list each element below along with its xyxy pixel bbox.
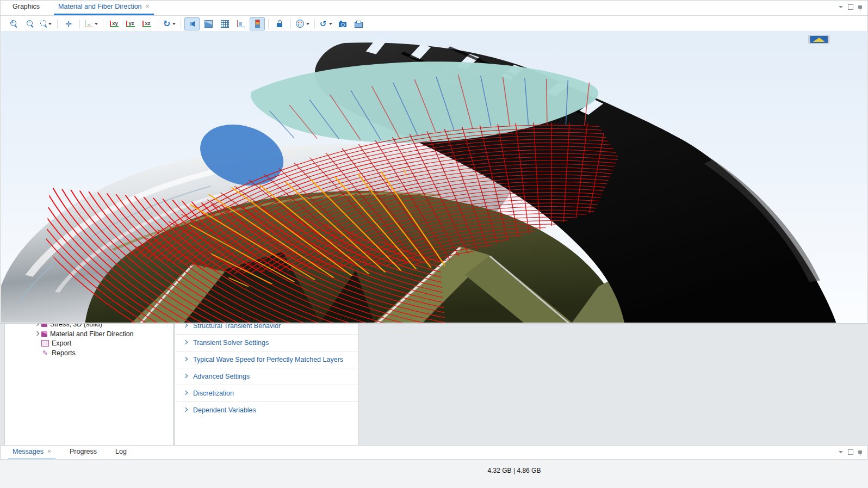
tab-label: Graphics — [13, 3, 40, 10]
panel-maximize-icon[interactable] — [848, 449, 853, 455]
section-advanced-settings[interactable]: Advanced Settings — [175, 368, 358, 385]
image-snapshot-icon — [339, 22, 346, 27]
section-dependent-variables[interactable]: Dependent Variables — [175, 401, 358, 418]
panel-menu-icon[interactable] — [839, 451, 843, 453]
section-typical-wave-speed-for-perfectly-matched-layers[interactable]: Typical Wave Speed for Perfectly Matched… — [175, 351, 358, 368]
print-icon — [355, 22, 363, 28]
color-legend-icon — [255, 20, 260, 28]
expander-icon — [182, 323, 189, 328]
toolbar-divider — [158, 19, 158, 29]
messages-tab-messages[interactable]: Messages× — [8, 447, 55, 460]
go-to-view-icon — [85, 20, 92, 27]
report-icon — [41, 349, 49, 357]
environment-reflections-button[interactable] — [201, 17, 216, 30]
expander-icon — [182, 391, 189, 396]
view-xy-button[interactable]: xy — [107, 17, 122, 30]
zoom-in-icon — [10, 20, 16, 26]
panel-pin-icon[interactable] — [858, 5, 862, 9]
toolbar-divider — [103, 19, 103, 29]
section-label: Dependent Variables — [193, 406, 256, 414]
update-button[interactable] — [318, 17, 334, 30]
toolbar-divider — [314, 19, 315, 29]
view-yz-icon: yz — [126, 21, 134, 27]
view-xz-icon: xz — [142, 21, 151, 27]
tree-item-reports[interactable]: Reports — [5, 348, 173, 358]
toolbar-divider — [57, 19, 58, 29]
tab-label: Progress — [70, 448, 97, 455]
expander-icon — [182, 374, 189, 379]
memory-usage: 4.32 GB | 4.86 GB — [160, 467, 868, 474]
messages-tab-row: Messages×ProgressLog — [1, 446, 867, 461]
section-label: Advanced Settings — [193, 373, 250, 380]
section-label: Transient Solver Settings — [193, 339, 269, 347]
section-transient-solver-settings[interactable]: Transient Solver Settings — [175, 334, 358, 351]
tree-item-label: Export — [52, 339, 71, 347]
zoom-out-button[interactable] — [22, 17, 38, 30]
go-to-view-button[interactable] — [83, 17, 100, 30]
panel-maximize-icon[interactable] — [848, 4, 853, 10]
chevron-down-icon — [306, 23, 309, 25]
scene-appearance-button[interactable] — [294, 17, 311, 30]
toolbar-divider — [181, 19, 181, 29]
messages-tab-progress[interactable]: Progress — [65, 447, 101, 460]
view-xz-button[interactable]: xz — [139, 17, 154, 30]
zoom-out-icon — [27, 20, 33, 26]
graphics-toolbar: xyyzxz — [1, 16, 867, 32]
toolbar-divider — [268, 19, 269, 29]
panel-pin-icon[interactable] — [858, 450, 862, 454]
close-tab-icon[interactable]: × — [146, 3, 150, 10]
expander-icon — [182, 357, 189, 362]
show-axis-orientation-button[interactable] — [233, 17, 249, 30]
scene-light-button[interactable] — [184, 17, 200, 30]
comsol-window: tire_inflation.mph - COMSOL Multiphysics… — [0, 0, 868, 488]
tab-label: Messages — [13, 448, 44, 455]
chevron-down-icon — [95, 23, 98, 25]
status-bar: 4.32 GB | 4.86 GB — [0, 459, 868, 488]
scene-appearance-icon — [296, 20, 304, 28]
show-grid-icon — [221, 20, 229, 28]
plot3d-icon — [41, 331, 47, 337]
close-tab-icon[interactable]: × — [47, 448, 51, 455]
section-discretization[interactable]: Discretization — [175, 385, 358, 401]
graphics-tab-graphics[interactable]: Graphics — [8, 2, 44, 15]
rotate-button[interactable] — [162, 17, 177, 30]
lock-view-icon — [277, 23, 282, 27]
tree-item-material-and-fiber-direction[interactable]: Material and Fiber Direction — [5, 329, 173, 339]
graphics-tab-material-and-fiber-direction[interactable]: Material and Fiber Direction× — [54, 2, 154, 15]
scene-light-icon — [190, 21, 195, 27]
export-icon — [41, 340, 49, 347]
toolbar-divider — [290, 19, 291, 29]
environment-reflections-icon — [204, 20, 213, 28]
plot-thumbnail-icon[interactable] — [809, 35, 829, 44]
zoom-extents-button[interactable] — [61, 17, 76, 30]
chevron-down-icon — [329, 23, 332, 25]
expander-icon — [182, 407, 189, 412]
rotate-icon — [163, 18, 170, 29]
color-legend-button[interactable] — [250, 17, 265, 30]
messages-tab-log[interactable]: Log — [111, 447, 131, 460]
chevron-down-icon — [172, 23, 176, 25]
tire-render — [1, 31, 867, 323]
lock-view-button[interactable] — [272, 17, 287, 30]
print-button[interactable] — [351, 17, 367, 30]
zoom-box-button[interactable] — [39, 17, 54, 30]
tree-item-export[interactable]: Export — [5, 338, 173, 348]
section-label: Typical Wave Speed for Perfectly Matched… — [193, 356, 343, 363]
show-grid-button[interactable] — [217, 17, 232, 30]
view-yz-button[interactable]: yz — [123, 17, 138, 30]
tree-item-label: Material and Fiber Direction — [50, 330, 134, 338]
chevron-down-icon — [48, 23, 52, 25]
view-xy-icon: xy — [110, 21, 119, 27]
expander-icon — [182, 340, 189, 345]
graphics-canvas[interactable] — [1, 31, 867, 323]
zoom-extents-icon — [65, 20, 72, 28]
toolbar-divider — [79, 19, 80, 29]
zoom-in-button[interactable] — [6, 17, 21, 30]
show-axis-orientation-icon — [237, 20, 245, 27]
panel-menu-icon[interactable] — [839, 6, 843, 8]
zoom-box-icon — [40, 20, 46, 26]
tab-label: Log — [115, 448, 127, 455]
graphics-tab-row: GraphicsMaterial and Fiber Direction× — [1, 1, 867, 16]
expander-icon[interactable] — [33, 331, 40, 336]
image-snapshot-button[interactable] — [335, 17, 350, 30]
